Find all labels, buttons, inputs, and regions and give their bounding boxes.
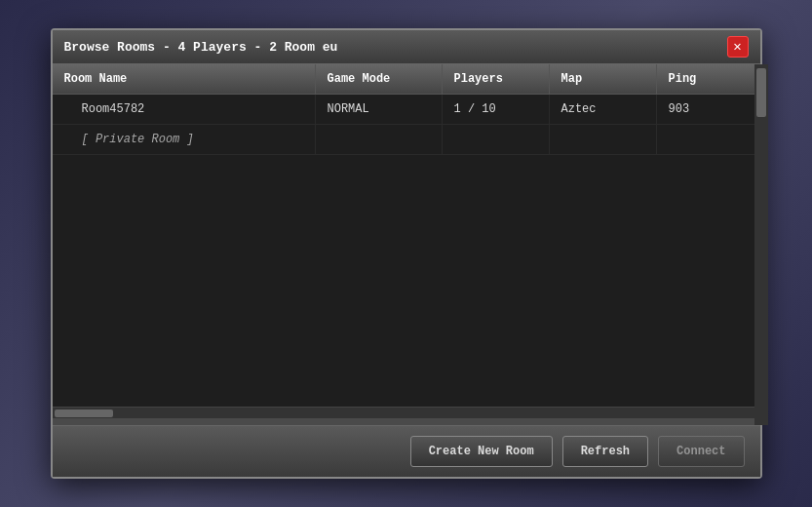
table-wrapper: Room Name Game Mode Players Map Ping Roo… xyxy=(53,64,760,425)
refresh-button[interactable]: Refresh xyxy=(562,436,648,467)
vertical-scroll-thumb[interactable] xyxy=(756,68,766,117)
horizontal-scrollbar[interactable] xyxy=(53,407,754,418)
cell-map-1: Aztec xyxy=(550,95,657,124)
cell-players-2 xyxy=(443,125,550,154)
cell-players-1: 1 / 10 xyxy=(443,95,550,124)
cell-game-mode-1: NORMAL xyxy=(316,95,443,124)
close-button[interactable]: ✕ xyxy=(727,36,749,58)
table-row[interactable]: Room45782 NORMAL 1 / 10 Aztec 903 xyxy=(53,95,754,125)
horizontal-scroll-thumb[interactable] xyxy=(55,410,113,417)
vertical-scrollbar[interactable] xyxy=(754,64,768,425)
connect-button[interactable]: Connect xyxy=(658,436,744,467)
cell-room-name-2: [ Private Room ] xyxy=(53,125,316,154)
col-header-game-mode: Game Mode xyxy=(316,64,443,94)
col-header-room-name: Room Name xyxy=(53,64,316,94)
cell-room-name-1: Room45782 xyxy=(53,95,316,124)
cell-map-2 xyxy=(550,125,657,154)
cell-game-mode-2 xyxy=(316,125,443,154)
cell-ping-2 xyxy=(657,125,754,154)
col-header-map: Map xyxy=(550,64,657,94)
browse-rooms-dialog: Browse Rooms - 4 Players - 2 Room eu ✕ R… xyxy=(51,28,762,479)
table-header: Room Name Game Mode Players Map Ping xyxy=(53,64,754,95)
cell-ping-1: 903 xyxy=(657,95,754,124)
footer-bar: Create New Room Refresh Connect xyxy=(53,425,760,477)
table-main: Room Name Game Mode Players Map Ping Roo… xyxy=(53,64,754,425)
table-row-private[interactable]: [ Private Room ] xyxy=(53,125,754,155)
title-bar: Browse Rooms - 4 Players - 2 Room eu ✕ xyxy=(53,30,760,64)
col-header-players: Players xyxy=(443,64,550,94)
create-new-room-button[interactable]: Create New Room xyxy=(410,436,553,467)
dialog-title: Browse Rooms - 4 Players - 2 Room eu xyxy=(64,40,338,55)
table-body: Room45782 NORMAL 1 / 10 Aztec 903 [ Priv… xyxy=(53,95,754,407)
col-header-ping: Ping xyxy=(657,64,754,94)
